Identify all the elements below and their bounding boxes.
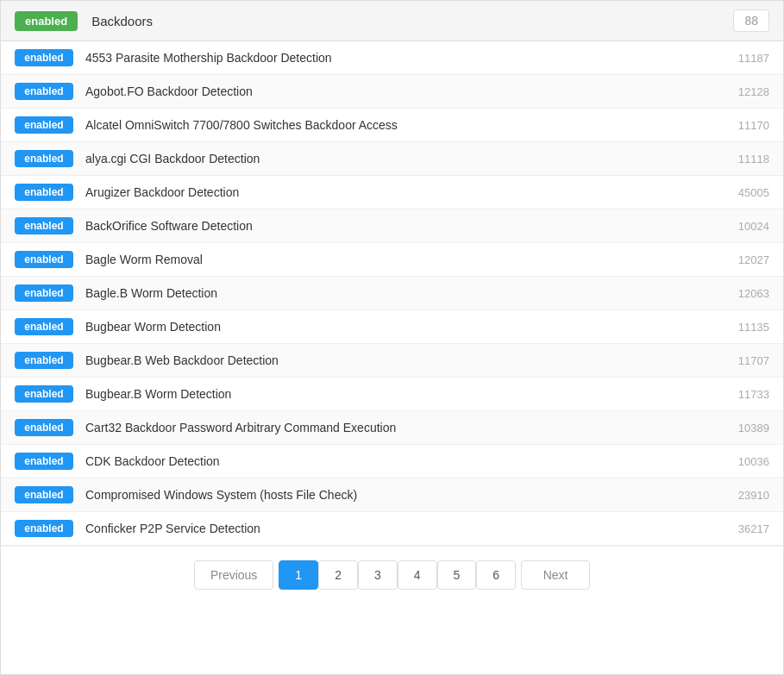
page-button-4[interactable]: 4 [398,560,437,590]
enabled-badge[interactable]: enabled [15,385,73,403]
page-button-5[interactable]: 5 [437,560,477,590]
enabled-badge[interactable]: enabled [15,453,73,470]
main-container: enabled Backdoors 88 enabled4553 Parasit… [0,0,784,675]
item-name: Bugbear Worm Detection [85,320,726,334]
next-button[interactable]: Next [521,560,590,590]
enabled-badge[interactable]: enabled [15,318,73,335]
page-button-2[interactable]: 2 [318,560,358,590]
item-name: Bagle.B Worm Detection [85,286,726,300]
item-id: 36217 [726,522,769,535]
list-item: enabledBugbear.B Web Backdoor Detection1… [1,344,783,378]
enabled-badge[interactable]: enabled [15,184,73,201]
header-count: 88 [733,9,769,32]
item-name: Conficker P2P Service Detection [85,522,726,535]
enabled-badge[interactable]: enabled [15,284,73,302]
enabled-badge[interactable]: enabled [15,150,73,167]
list-item: enabledAgobot.FO Backdoor Detection12128 [1,75,783,109]
list-item: enabledCDK Backdoor Detection10036 [1,445,783,478]
enabled-badge[interactable]: enabled [15,49,73,66]
list-item: enabled4553 Parasite Mothership Backdoor… [1,41,783,75]
enabled-badge[interactable]: enabled [15,486,73,503]
item-name: BackOrifice Software Detection [85,219,726,233]
item-id: 12063 [726,287,769,300]
list-item: enabledCompromised Windows System (hosts… [1,478,783,512]
list-item: enabledAlcatel OmniSwitch 7700/7800 Swit… [1,109,783,142]
list-item: enabledBugbear Worm Detection11135 [1,310,783,344]
item-id: 11135 [726,321,769,334]
header-row: enabled Backdoors 88 [1,1,783,41]
item-id: 23910 [726,489,769,502]
item-name: Arugizer Backdoor Detection [85,185,726,199]
enabled-badge[interactable]: enabled [15,217,73,234]
enabled-badge[interactable]: enabled [15,419,73,436]
page-button-1[interactable]: 1 [279,560,318,590]
item-id: 11118 [726,153,769,166]
item-id: 10036 [726,455,769,468]
item-name: Alcatel OmniSwitch 7700/7800 Switches Ba… [85,118,726,132]
enabled-badge[interactable]: enabled [15,520,73,537]
item-id: 12027 [726,253,769,266]
item-id: 11170 [726,119,769,132]
page-button-6[interactable]: 6 [476,560,516,590]
item-id: 10024 [726,220,769,233]
item-name: Bugbear.B Web Backdoor Detection [85,353,726,367]
list-item: enabledConficker P2P Service Detection36… [1,512,783,546]
list-container: enabled4553 Parasite Mothership Backdoor… [1,41,783,546]
enabled-badge[interactable]: enabled [15,352,73,369]
list-item: enabledBugbear.B Worm Detection11733 [1,378,783,411]
page-button-3[interactable]: 3 [358,560,398,590]
list-item: enabledalya.cgi CGI Backdoor Detection11… [1,142,783,176]
pagination: Previous 123456 Next [1,546,783,603]
previous-button[interactable]: Previous [194,560,273,590]
item-name: Cart32 Backdoor Password Arbitrary Comma… [85,421,726,434]
item-name: Compromised Windows System (hosts File C… [85,488,726,502]
list-item: enabledCart32 Backdoor Password Arbitrar… [1,411,783,445]
item-name: Bugbear.B Worm Detection [85,387,726,401]
item-id: 11187 [726,52,769,65]
item-name: alya.cgi CGI Backdoor Detection [85,152,726,166]
enabled-badge[interactable]: enabled [15,83,73,100]
enabled-badge[interactable]: enabled [15,251,73,268]
item-id: 11707 [726,354,769,367]
item-name: Bagle Worm Removal [85,253,726,266]
item-id: 45005 [726,186,769,199]
item-name: 4553 Parasite Mothership Backdoor Detect… [85,51,726,65]
item-name: Agobot.FO Backdoor Detection [85,84,726,98]
list-item: enabledBagle Worm Removal12027 [1,243,783,277]
item-id: 10389 [726,422,769,434]
header-title: Backdoors [91,14,733,28]
list-item: enabledBackOrifice Software Detection100… [1,209,783,243]
enabled-badge[interactable]: enabled [15,116,73,134]
item-name: CDK Backdoor Detection [85,454,726,468]
item-id: 11733 [726,388,769,401]
page-buttons-container: 123456 [279,560,516,590]
item-id: 12128 [726,85,769,98]
list-item: enabledArugizer Backdoor Detection45005 [1,176,783,209]
list-item: enabledBagle.B Worm Detection12063 [1,277,783,310]
header-enabled-badge: enabled [15,11,78,31]
